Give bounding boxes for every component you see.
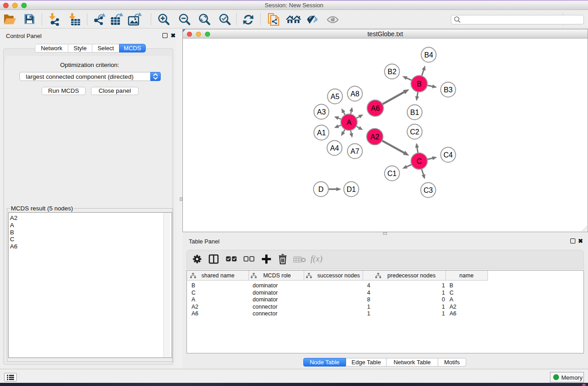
svg-text:A: A <box>347 119 352 126</box>
svg-text:B4: B4 <box>424 51 433 59</box>
svg-text:B2: B2 <box>387 68 397 76</box>
svg-text:C1: C1 <box>387 170 397 177</box>
svg-text:A4: A4 <box>330 144 339 152</box>
svg-text:B1: B1 <box>410 109 419 116</box>
svg-text:A1: A1 <box>317 129 326 137</box>
svg-text:C4: C4 <box>444 151 453 159</box>
svg-text:D1: D1 <box>347 186 356 193</box>
svg-text:B: B <box>417 80 422 88</box>
svg-text:A5: A5 <box>330 93 339 100</box>
svg-text:B3: B3 <box>444 86 453 94</box>
svg-text:C: C <box>416 157 422 165</box>
svg-text:A2: A2 <box>370 133 379 141</box>
svg-text:A7: A7 <box>350 148 359 155</box>
svg-text:A3: A3 <box>317 108 326 116</box>
svg-text:C2: C2 <box>410 128 420 136</box>
svg-text:D: D <box>318 186 324 193</box>
svg-text:C3: C3 <box>424 186 433 194</box>
svg-text:A8: A8 <box>350 90 359 98</box>
svg-text:A6: A6 <box>371 105 380 112</box>
